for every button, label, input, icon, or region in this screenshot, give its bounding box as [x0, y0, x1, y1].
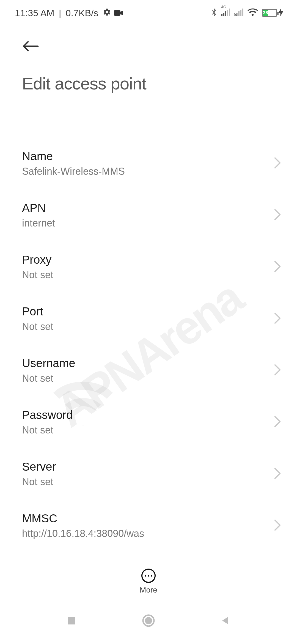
status-sep: |	[59, 8, 61, 18]
chevron-right-icon	[274, 519, 281, 532]
chevron-right-icon	[274, 157, 281, 170]
row-label: Name	[22, 150, 125, 163]
battery-indicator: 38	[262, 8, 283, 18]
row-value: Not set	[22, 424, 73, 436]
svg-rect-8	[238, 11, 240, 16]
signal-no-sim-icon	[234, 9, 244, 17]
nav-recent-button[interactable]	[58, 615, 85, 626]
row-apn[interactable]: APN internet	[0, 189, 297, 241]
svg-rect-3	[225, 11, 226, 16]
row-label: Server	[22, 460, 56, 473]
svg-rect-4	[227, 10, 228, 16]
svg-rect-1	[221, 14, 222, 16]
row-value: internet	[22, 217, 55, 229]
bottom-action-bar: More	[0, 558, 297, 603]
page-title: Edit access point	[22, 74, 282, 93]
chevron-right-icon	[274, 312, 281, 325]
row-proxy[interactable]: Proxy Not set	[0, 241, 297, 293]
row-server[interactable]: Server Not set	[0, 448, 297, 500]
chevron-right-icon	[274, 468, 281, 480]
row-value: Not set	[22, 476, 56, 488]
status-bar: 11:35 AM | 0.7KB/s 4G	[0, 0, 297, 24]
square-icon	[66, 615, 77, 626]
wifi-icon	[248, 8, 258, 18]
arrow-left-icon	[22, 41, 39, 52]
row-label: Proxy	[22, 253, 53, 266]
row-value: Not set	[22, 269, 53, 281]
back-button[interactable]	[22, 35, 44, 57]
triangle-left-icon	[220, 615, 231, 626]
chevron-right-icon	[274, 261, 281, 273]
row-label: Username	[22, 357, 75, 370]
system-nav-bar	[0, 603, 297, 644]
header: Edit access point	[0, 24, 297, 96]
svg-rect-9	[240, 10, 241, 16]
status-netspeed: 0.7KB/s	[66, 8, 98, 18]
settings-list-viewport[interactable]: Name Safelink-Wireless-MMS APN internet …	[0, 110, 297, 564]
settings-list: Name Safelink-Wireless-MMS APN internet …	[0, 138, 297, 564]
more-button[interactable]: More	[140, 569, 157, 594]
row-name[interactable]: Name Safelink-Wireless-MMS	[0, 138, 297, 189]
row-password[interactable]: Password Not set	[0, 396, 297, 448]
charging-icon	[278, 8, 283, 18]
svg-rect-10	[242, 9, 243, 16]
row-value: http://10.16.18.4:38090/was	[22, 528, 144, 539]
status-right: 4G 38	[211, 8, 283, 18]
nav-home-button[interactable]	[135, 614, 162, 627]
svg-rect-2	[223, 13, 224, 16]
settings-icon	[103, 8, 111, 18]
status-time: 11:35 AM	[15, 8, 54, 18]
svg-rect-0	[114, 10, 120, 16]
camera-icon	[114, 8, 123, 18]
more-label: More	[140, 586, 157, 594]
battery-percent: 38	[263, 10, 268, 16]
more-icon	[141, 569, 156, 583]
nav-back-button[interactable]	[212, 615, 239, 626]
row-label: MMSC	[22, 512, 144, 525]
signal-4g-icon: 4G	[221, 9, 230, 17]
row-mmsc[interactable]: MMSC http://10.16.18.4:38090/was	[0, 500, 297, 552]
chevron-right-icon	[274, 416, 281, 429]
circle-icon	[142, 614, 155, 627]
chevron-right-icon	[274, 209, 281, 222]
row-port[interactable]: Port Not set	[0, 293, 297, 345]
row-label: Port	[22, 305, 53, 318]
bluetooth-icon	[211, 8, 217, 18]
chevron-right-icon	[274, 364, 281, 377]
row-value: Not set	[22, 321, 53, 332]
svg-rect-11	[68, 617, 75, 624]
svg-rect-5	[229, 9, 230, 16]
row-label: APN	[22, 201, 55, 215]
status-left: 11:35 AM | 0.7KB/s	[15, 8, 123, 18]
row-value: Not set	[22, 373, 75, 384]
row-value: Safelink-Wireless-MMS	[22, 166, 125, 177]
svg-point-13	[145, 617, 152, 624]
row-label: Password	[22, 408, 73, 422]
row-username[interactable]: Username Not set	[0, 345, 297, 396]
